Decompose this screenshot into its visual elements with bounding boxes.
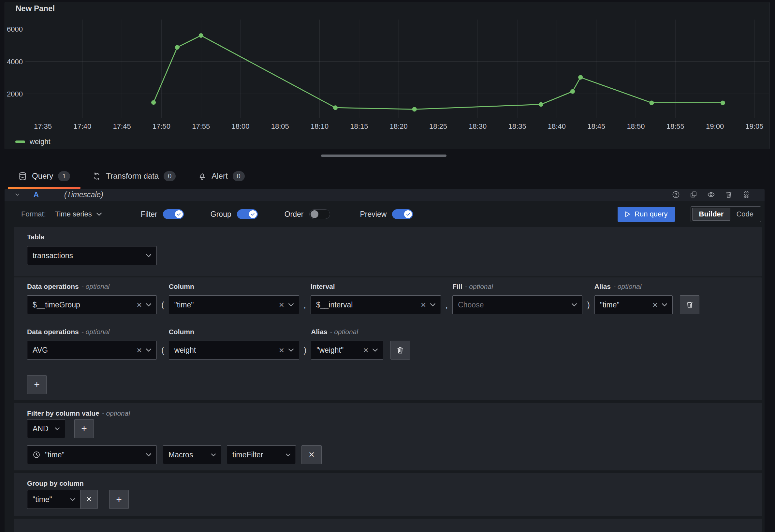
legend-series-label: weight (30, 137, 50, 146)
clear-icon[interactable]: ✕ (279, 347, 284, 354)
plus-icon: + (81, 424, 87, 434)
alias-select-time[interactable]: "time" ✕ (595, 295, 673, 314)
svg-text:17:40: 17:40 (73, 122, 91, 130)
add-groupby-button[interactable]: + (109, 490, 129, 509)
filter-toggle[interactable] (163, 209, 184, 219)
pane-splitter-handle[interactable] (321, 154, 447, 157)
database-icon (18, 172, 27, 180)
format-value: Time series (55, 210, 92, 218)
svg-text:17:50: 17:50 (152, 122, 170, 130)
tab-alert-count-badge: 0 (233, 171, 245, 181)
svg-text:17:55: 17:55 (192, 122, 210, 130)
add-filter-button[interactable]: + (74, 419, 94, 438)
table-select[interactable]: transactions (27, 246, 157, 265)
remove-groupby-button[interactable]: ✕ (80, 490, 98, 509)
collapse-query-chevron-icon[interactable] (14, 191, 21, 198)
duplicate-query-icon[interactable] (690, 191, 697, 198)
chevron-down-icon (430, 303, 436, 307)
query-header-row[interactable]: A (Timescale) (5, 189, 765, 201)
open-paren: ( (161, 341, 164, 360)
help-icon[interactable] (672, 191, 680, 198)
query-options-row: Format: Time series Filter Group (5, 201, 765, 227)
alias-select-weight[interactable]: "weight" ✕ (311, 341, 383, 360)
select-row-time: Data operations- optional $__timeGroup ✕… (27, 283, 749, 314)
chevron-down-icon (146, 349, 151, 352)
svg-text:18:30: 18:30 (469, 122, 487, 130)
dataop-select-avg[interactable]: AVG ✕ (27, 341, 157, 360)
active-tab-indicator (8, 187, 80, 189)
chevron-down-icon (288, 349, 294, 352)
query-editor-body: Format: Time series Filter Group (5, 201, 765, 532)
groupby-column-select[interactable]: "time" (27, 490, 80, 509)
clear-icon[interactable]: ✕ (421, 302, 426, 309)
svg-text:19:00: 19:00 (706, 122, 724, 130)
builder-mode-button[interactable]: Builder (692, 208, 731, 221)
clear-icon[interactable]: ✕ (363, 347, 369, 354)
filter-column-select[interactable]: "time" (27, 445, 157, 464)
drag-handle-grip-icon[interactable] (742, 191, 750, 198)
svg-text:18:25: 18:25 (429, 122, 447, 130)
clear-icon[interactable]: ✕ (136, 347, 142, 354)
remove-row-trash-button[interactable] (680, 295, 699, 314)
order-toggle-label: Order (284, 210, 304, 219)
tab-alert-label: Alert (211, 171, 227, 180)
preview-toggle-label: Preview (360, 210, 387, 219)
groupby-label: Group by column (27, 480, 749, 487)
chevron-down-icon (286, 453, 290, 456)
order-toggle[interactable] (309, 209, 330, 219)
trash-icon (685, 301, 694, 309)
chevron-down-icon (146, 254, 151, 257)
svg-text:18:10: 18:10 (310, 122, 328, 130)
chevron-down-icon (288, 303, 294, 307)
fill-label: Fill (452, 283, 462, 290)
clear-icon[interactable]: ✕ (279, 302, 284, 309)
svg-text:2000: 2000 (7, 90, 23, 98)
chevron-down-icon (146, 453, 151, 456)
filter-macro-fn-select[interactable]: timeFilter (227, 445, 296, 464)
fill-select[interactable]: Choose (452, 295, 582, 314)
group-toggle[interactable] (237, 209, 258, 219)
filter-toggle-label: Filter (141, 210, 157, 219)
remove-query-trash-icon[interactable] (725, 191, 733, 198)
tab-query-label: Query (32, 171, 53, 180)
chart-legend[interactable]: weight (15, 137, 50, 146)
open-paren: ( (161, 295, 164, 314)
remove-filter-button[interactable]: ✕ (301, 445, 322, 464)
column-label: Column (169, 328, 299, 336)
column-select-time[interactable]: "time" ✕ (169, 295, 299, 314)
add-select-row-button[interactable]: + (27, 375, 47, 394)
alias-label: Alias (311, 328, 327, 336)
tab-transform-data[interactable]: Transform data 0 (81, 163, 187, 189)
plus-icon: + (34, 380, 40, 390)
svg-text:17:45: 17:45 (113, 122, 131, 130)
transform-icon (92, 172, 101, 180)
dataop-label: Data operations (27, 328, 79, 336)
remove-row-trash-button[interactable] (391, 341, 410, 360)
dataop-select-timegroup[interactable]: $__timeGroup ✕ (27, 295, 157, 314)
tab-query[interactable]: Query 1 (7, 163, 81, 189)
svg-text:6000: 6000 (7, 25, 23, 33)
close-icon: ✕ (86, 496, 92, 503)
preview-toggle[interactable] (392, 209, 413, 219)
editor-tabs: Query 1 Transform data 0 Alert 0 (0, 163, 775, 189)
filter-operator-select[interactable]: AND (27, 419, 65, 438)
column-select-weight[interactable]: weight ✕ (169, 341, 299, 360)
clear-icon[interactable]: ✕ (136, 302, 142, 309)
filter-macros-select[interactable]: Macros (163, 445, 221, 464)
query-header-actions (672, 191, 750, 198)
tab-alert[interactable]: Alert 0 (187, 163, 255, 189)
chevron-down-icon (372, 349, 378, 352)
disable-query-eye-icon[interactable] (707, 191, 715, 198)
time-series-chart[interactable]: 17:3517:4017:4517:5017:5518:0018:0518:10… (0, 0, 775, 150)
clear-icon[interactable]: ✕ (652, 302, 658, 309)
run-query-button[interactable]: Run query (618, 207, 675, 222)
svg-text:18:05: 18:05 (271, 122, 289, 130)
close-paren: ) (587, 295, 590, 314)
svg-text:18:55: 18:55 (667, 122, 684, 130)
code-mode-button[interactable]: Code (730, 210, 759, 218)
svg-text:19:05: 19:05 (745, 122, 763, 130)
interval-select[interactable]: $__interval ✕ (310, 295, 441, 314)
alias-label: Alias (595, 283, 611, 290)
toggle-check-icon (175, 210, 183, 218)
format-select[interactable]: Time series (55, 210, 102, 218)
